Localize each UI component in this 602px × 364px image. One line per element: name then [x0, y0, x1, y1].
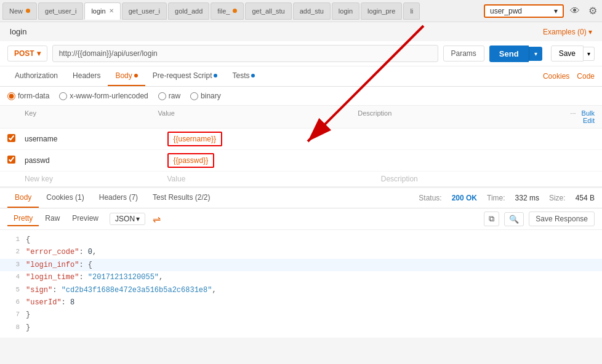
send-button[interactable]: Send [489, 46, 529, 62]
tab-prerequest[interactable]: Pre-request Script [145, 66, 225, 86]
request-tabs: Authorization Headers Body Pre-request S… [0, 66, 602, 87]
tab-get-all-stu[interactable]: get_all_stu [245, 2, 291, 20]
gear-icon[interactable]: ⚙ [586, 2, 600, 19]
tab-li[interactable]: li [403, 2, 420, 20]
row1-checkbox[interactable] [7, 134, 15, 142]
method-selector[interactable]: POST ▾ [7, 46, 47, 61]
tab-dot [26, 9, 30, 13]
bulk-edit-button[interactable]: Bulk Edit [582, 109, 595, 124]
tab-label: login_pre [367, 7, 395, 15]
status-value: 200 OK [452, 194, 477, 202]
prerequest-dot [214, 74, 217, 77]
new-value-input[interactable]: Value [167, 175, 381, 183]
tab-right-links: Cookies Code [543, 72, 595, 81]
code-line: 7 } [0, 309, 602, 321]
tab-label: get_all_stu [252, 7, 284, 15]
search-button[interactable]: 🔍 [504, 212, 524, 226]
copy-button[interactable]: ⧉ [484, 212, 499, 226]
row2-value[interactable]: {{passwd}} [167, 153, 381, 168]
value-column-header: Value [158, 109, 358, 124]
resp-fmt-raw[interactable]: Raw [39, 212, 66, 226]
time-label: Time: [487, 194, 505, 202]
row2-key[interactable]: passwd [25, 156, 167, 165]
more-options-icon[interactable]: ··· [570, 109, 576, 117]
code-line: 4 "login_time": "20171213120055", [0, 271, 602, 283]
code-line: 2 "error_code": 0, [0, 246, 602, 258]
row1-key[interactable]: username [25, 135, 167, 143]
environment-selector[interactable]: user_pwd ▾ [484, 4, 564, 18]
tab-login[interactable]: login ✕ [84, 2, 120, 20]
code-line: 6 "userId": 8 [0, 296, 602, 309]
resp-fmt-preview[interactable]: Preview [66, 212, 105, 226]
line-content: "error_code": 0, [26, 246, 600, 258]
response-format-tabs: Pretty Raw Preview [7, 212, 105, 226]
format-selector[interactable]: JSON ▾ [110, 213, 145, 225]
value-box: {{username}} [167, 132, 222, 146]
line-number: 7 [2, 309, 20, 321]
formdata-option[interactable]: form-data [7, 92, 49, 100]
send-dropdown-button[interactable]: ▾ [529, 47, 542, 61]
request-name: login [10, 27, 26, 36]
tab-label: file_ [217, 7, 230, 15]
resp-fmt-pretty[interactable]: Pretty [7, 212, 39, 226]
table-row: username {{username}} [0, 129, 602, 150]
resp-tab-headers[interactable]: Headers (7) [92, 188, 145, 208]
save-response-button[interactable]: Save Response [529, 212, 595, 226]
save-dropdown-button[interactable]: ▾ [584, 47, 595, 61]
response-toolbar: Pretty Raw Preview JSON ▾ ⇌ ⧉ 🔍 Save Res… [0, 208, 602, 230]
tab-label: login [91, 7, 105, 15]
tab-label: login [339, 7, 353, 15]
resp-tab-body[interactable]: Body [7, 188, 39, 208]
time-value: 332 ms [515, 194, 539, 202]
chevron-down-icon: ▾ [136, 215, 140, 223]
tab-get-user[interactable]: get_user_i [38, 2, 83, 20]
wrap-icon[interactable]: ⇌ [153, 213, 161, 225]
params-button[interactable]: Params [443, 46, 484, 61]
table-header: Key Value Description ··· Bulk Edit [0, 106, 602, 129]
tab-login2[interactable]: login [332, 2, 359, 20]
eye-icon[interactable]: 👁 [568, 3, 582, 19]
binary-radio[interactable] [190, 92, 198, 100]
urlencoded-option[interactable]: x-www-form-urlencoded [59, 92, 148, 100]
code-line: 8} [0, 322, 602, 334]
raw-option[interactable]: raw [158, 92, 180, 100]
save-button[interactable]: Save [551, 46, 584, 61]
response-code-area: 1{2 "error_code": 0,3 "login_info": {4 "… [0, 230, 602, 338]
row2-checkbox[interactable] [7, 156, 15, 164]
tab-authorization[interactable]: Authorization [7, 66, 65, 86]
size-label: Size: [549, 194, 566, 202]
description-column-header: Description [358, 109, 558, 124]
tab-login-pre[interactable]: login_pre [361, 2, 402, 20]
tab-new[interactable]: New [2, 2, 37, 20]
tab-headers[interactable]: Headers [65, 66, 108, 86]
code-link[interactable]: Code [577, 72, 595, 81]
tab-right-area: user_pwd ▾ 👁 ⚙ [484, 2, 600, 19]
raw-radio[interactable] [158, 92, 166, 100]
examples-link[interactable]: Examples (0) ▾ [543, 28, 592, 36]
tab-label: gold_add [175, 7, 203, 15]
tab-tests[interactable]: Tests [225, 66, 262, 86]
resp-tab-cookies[interactable]: Cookies (1) [39, 188, 91, 208]
response-tabs: Body Cookies (1) Headers (7) Test Result… [0, 186, 602, 208]
tab-file[interactable]: file_ [211, 2, 244, 20]
url-input[interactable] [52, 45, 438, 62]
line-content: "userId": 8 [26, 296, 600, 309]
line-number: 4 [2, 271, 20, 283]
binary-option[interactable]: binary [190, 92, 221, 100]
line-number: 5 [2, 284, 20, 296]
cookies-link[interactable]: Cookies [543, 72, 569, 81]
tab-add-stu[interactable]: add_stu [293, 2, 331, 20]
formdata-radio[interactable] [7, 92, 15, 100]
tab-get-user2[interactable]: get_user_i [122, 2, 167, 20]
new-description-input[interactable]: Description [381, 175, 595, 183]
urlencoded-radio[interactable] [59, 92, 67, 100]
new-row: New key Value Description [0, 172, 602, 186]
tab-close-icon[interactable]: ✕ [109, 7, 114, 14]
body-dot [134, 74, 138, 77]
tab-body[interactable]: Body [108, 66, 145, 86]
new-key-input[interactable]: New key [25, 175, 167, 183]
tab-label: get_user_i [129, 7, 160, 15]
resp-tab-test-results[interactable]: Test Results (2/2) [145, 188, 217, 208]
row1-value[interactable]: {{username}} [167, 132, 381, 146]
tab-gold-add[interactable]: gold_add [168, 2, 209, 20]
